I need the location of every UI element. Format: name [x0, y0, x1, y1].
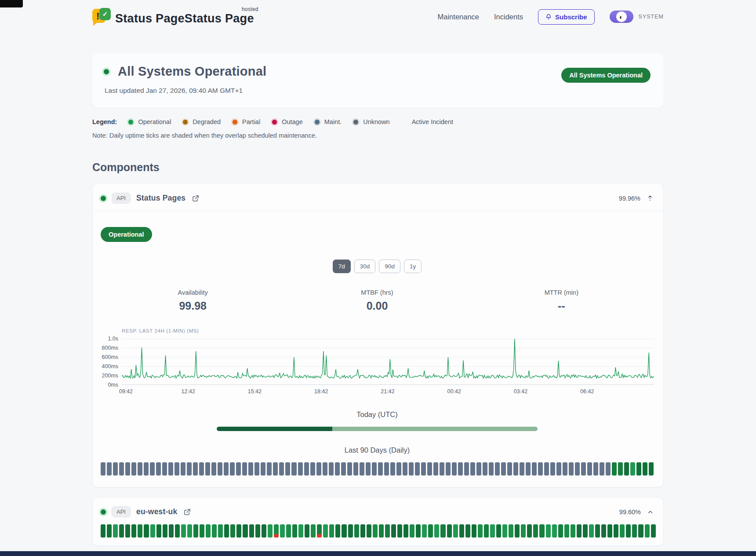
- uptime-tick[interactable]: [298, 524, 303, 538]
- uptime-tick[interactable]: [396, 462, 401, 476]
- uptime-tick[interactable]: [181, 462, 185, 476]
- uptime-tick[interactable]: [403, 462, 407, 476]
- uptime-tick[interactable]: [569, 462, 574, 476]
- uptime-tick[interactable]: [507, 462, 512, 476]
- uptime-tick[interactable]: [119, 462, 124, 476]
- uptime-tick[interactable]: [162, 462, 167, 476]
- uptime-tick[interactable]: [187, 524, 192, 538]
- range-button-30d[interactable]: 30d: [354, 260, 376, 273]
- uptime-tick[interactable]: [298, 462, 303, 476]
- uptime-tick[interactable]: [409, 462, 414, 476]
- uptime-tick[interactable]: [211, 462, 216, 476]
- uptime-tick[interactable]: [249, 524, 254, 538]
- uptime-tick[interactable]: [156, 524, 161, 538]
- uptime-tick[interactable]: [200, 524, 204, 538]
- uptime-tick[interactable]: [193, 462, 198, 476]
- uptime-tick[interactable]: [347, 462, 352, 476]
- uptime-tick[interactable]: [323, 524, 328, 538]
- range-button-90d[interactable]: 90d: [379, 260, 400, 273]
- uptime-tick[interactable]: [403, 524, 408, 538]
- uptime-tick[interactable]: [255, 524, 260, 538]
- uptime-tick[interactable]: [291, 462, 296, 476]
- uptime-tick[interactable]: [273, 462, 278, 476]
- uptime-tick[interactable]: [416, 524, 421, 538]
- uptime-tick[interactable]: [422, 524, 427, 538]
- uptime-tick[interactable]: [101, 524, 105, 538]
- uptime-tick[interactable]: [261, 462, 265, 476]
- uptime-tick[interactable]: [348, 524, 353, 538]
- uptime-tick[interactable]: [521, 524, 526, 538]
- uptime-tick[interactable]: [286, 524, 291, 538]
- uptime-tick[interactable]: [410, 524, 414, 538]
- uptime-tick[interactable]: [254, 462, 259, 476]
- uptime-tick[interactable]: [618, 462, 623, 476]
- uptime-tick[interactable]: [163, 524, 167, 538]
- uptime-tick[interactable]: [636, 462, 641, 476]
- uptime-tick[interactable]: [527, 524, 532, 538]
- uptime-tick[interactable]: [614, 524, 618, 538]
- uptime-tick[interactable]: [546, 524, 551, 538]
- uptime-tick[interactable]: [571, 524, 575, 538]
- uptime-tick[interactable]: [305, 524, 309, 538]
- uptime-tick[interactable]: [107, 462, 112, 476]
- uptime-tick[interactable]: [558, 524, 563, 538]
- uptime-tick[interactable]: [464, 462, 469, 476]
- external-link-icon[interactable]: [184, 508, 191, 516]
- uptime-tick[interactable]: [285, 462, 290, 476]
- uptime-tick[interactable]: [563, 462, 567, 476]
- uptime-tick[interactable]: [384, 462, 389, 476]
- uptime-tick[interactable]: [168, 462, 173, 476]
- uptime-tick[interactable]: [397, 524, 402, 538]
- uptime-tick[interactable]: [206, 524, 211, 538]
- uptime-tick[interactable]: [638, 524, 643, 538]
- subscribe-button[interactable]: Subscribe: [538, 9, 595, 25]
- uptime-tick[interactable]: [564, 524, 569, 538]
- uptime-tick[interactable]: [589, 524, 594, 538]
- uptime-tick[interactable]: [156, 462, 161, 476]
- uptime-tick[interactable]: [138, 524, 142, 538]
- uptime-tick[interactable]: [544, 462, 549, 476]
- uptime-tick[interactable]: [236, 524, 241, 538]
- uptime-tick[interactable]: [360, 524, 365, 538]
- uptime-tick[interactable]: [274, 524, 279, 538]
- uptime-tick[interactable]: [316, 462, 321, 476]
- uptime-tick[interactable]: [556, 462, 561, 476]
- uptime-tick[interactable]: [575, 462, 580, 476]
- uptime-tick[interactable]: [632, 524, 637, 538]
- uptime-tick[interactable]: [323, 462, 327, 476]
- uptime-tick[interactable]: [353, 462, 358, 476]
- uptime-tick[interactable]: [218, 524, 223, 538]
- uptime-tick[interactable]: [533, 524, 538, 538]
- uptime-tick[interactable]: [329, 524, 334, 538]
- uptime-tick[interactable]: [643, 462, 647, 476]
- brand-logo[interactable]: ! ✓ Status PageStatus Page hosted: [92, 8, 256, 26]
- uptime-tick[interactable]: [329, 462, 334, 476]
- uptime-tick[interactable]: [224, 524, 229, 538]
- uptime-tick[interactable]: [335, 524, 340, 538]
- uptime-tick[interactable]: [175, 524, 180, 538]
- uptime-tick[interactable]: [390, 462, 395, 476]
- range-button-7d[interactable]: 7d: [333, 260, 351, 273]
- uptime-tick[interactable]: [651, 524, 656, 538]
- uptime-tick[interactable]: [496, 524, 501, 538]
- uptime-tick[interactable]: [440, 462, 444, 476]
- uptime-tick[interactable]: [472, 524, 476, 538]
- uptime-tick[interactable]: [268, 524, 273, 538]
- uptime-tick[interactable]: [440, 524, 445, 538]
- uptime-tick[interactable]: [539, 524, 544, 538]
- uptime-tick[interactable]: [144, 462, 149, 476]
- uptime-tick[interactable]: [532, 462, 537, 476]
- external-link-icon[interactable]: [192, 195, 199, 202]
- uptime-tick[interactable]: [341, 462, 346, 476]
- uptime-tick[interactable]: [626, 524, 631, 538]
- range-button-1y[interactable]: 1y: [404, 260, 422, 273]
- uptime-tick[interactable]: [367, 524, 371, 538]
- uptime-tick[interactable]: [131, 524, 136, 538]
- uptime-tick[interactable]: [453, 524, 458, 538]
- nav-item-incidents[interactable]: Incidents: [494, 13, 523, 21]
- uptime-tick[interactable]: [174, 462, 179, 476]
- uptime-tick[interactable]: [489, 462, 494, 476]
- uptime-tick[interactable]: [267, 462, 272, 476]
- uptime-tick[interactable]: [515, 524, 520, 538]
- uptime-tick[interactable]: [280, 524, 285, 538]
